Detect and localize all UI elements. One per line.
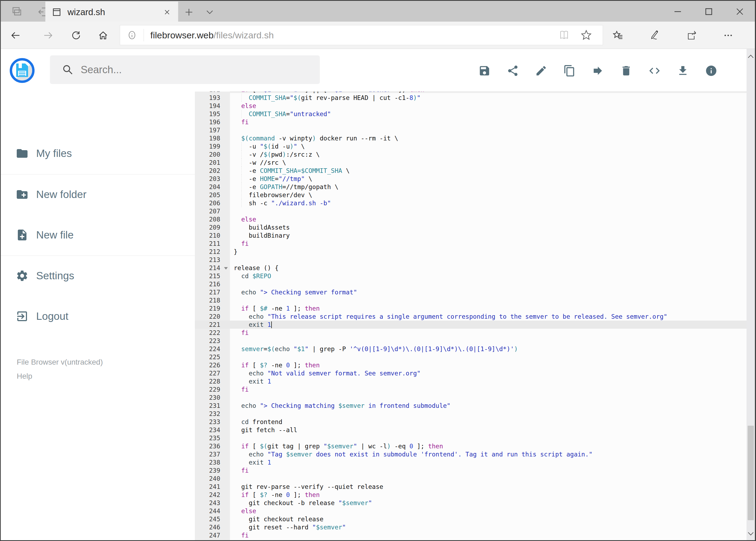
- address-bar[interactable]: filebrowser.web/files/wizard.sh: [120, 25, 603, 45]
- code-line[interactable]: -u "$(id -u)" \: [230, 142, 747, 151]
- sidebar-item-logout[interactable]: Logout: [0, 303, 195, 329]
- tab-list-chevron-icon[interactable]: [205, 9, 214, 15]
- code-line[interactable]: fi: [230, 329, 747, 337]
- scrollbar-thumb[interactable]: [748, 426, 754, 520]
- code-line[interactable]: echo "> Checking matching $semver in fro…: [230, 402, 747, 410]
- code-line[interactable]: release () {: [230, 264, 747, 272]
- editor-code[interactable]: if [ "$1" = "-d" ] || [ "$1" = "--docker…: [230, 92, 747, 541]
- window-minimize-button[interactable]: [672, 6, 684, 17]
- download-button[interactable]: [677, 65, 689, 77]
- window-maximize-button[interactable]: [703, 6, 715, 17]
- code-line[interactable]: -v /$(pwd):/src:z \: [230, 151, 747, 159]
- code-line[interactable]: semver=$(echo "$1" | grep -P '^v(0|[1-9]…: [230, 345, 747, 353]
- search-input[interactable]: [81, 64, 320, 76]
- code-line[interactable]: if [ $# -ne 1 ]; then: [230, 304, 747, 312]
- code-line[interactable]: }: [230, 248, 747, 256]
- code-line[interactable]: git reset --hard "$semver": [230, 523, 747, 531]
- code-line[interactable]: [230, 434, 747, 442]
- code-line[interactable]: [230, 207, 747, 215]
- sidebar-item-new-folder[interactable]: New folder: [0, 182, 195, 208]
- code-line[interactable]: else: [230, 102, 747, 110]
- code-line[interactable]: -e COMMIT_SHA=$COMMIT_SHA \: [230, 167, 747, 175]
- tab-close-icon[interactable]: [163, 8, 171, 16]
- share-page-icon[interactable]: [686, 30, 697, 41]
- code-line[interactable]: -e GOPATH=//tmp/gopath \: [230, 183, 747, 191]
- copy-button[interactable]: [563, 65, 576, 77]
- code-view-button[interactable]: [648, 65, 661, 77]
- forward-icon[interactable]: [43, 30, 54, 41]
- reading-view-icon[interactable]: [559, 29, 570, 41]
- code-line[interactable]: filebrowser/dev \: [230, 191, 747, 199]
- code-line[interactable]: exit 1: [230, 320, 747, 329]
- search-box[interactable]: [50, 55, 320, 84]
- code-line[interactable]: [230, 126, 747, 134]
- code-line[interactable]: COMMIT_SHA="untracked": [230, 110, 747, 118]
- back-icon[interactable]: [10, 30, 21, 41]
- code-editor[interactable]: 1921931941951961971981992002012022032042…: [195, 92, 747, 541]
- fold-arrow-icon[interactable]: [224, 267, 228, 270]
- code-line[interactable]: [230, 393, 747, 402]
- sidebar-item-new-file[interactable]: New file: [0, 222, 195, 248]
- code-line[interactable]: fi: [230, 118, 747, 126]
- code-line[interactable]: exit 1: [230, 377, 747, 385]
- code-line[interactable]: echo "Not valid semver format. See semve…: [230, 369, 747, 377]
- code-line[interactable]: sh -c "./wizard.sh -b": [230, 199, 747, 207]
- code-line[interactable]: cd $REPO: [230, 272, 747, 280]
- site-info-icon[interactable]: [120, 29, 144, 41]
- code-line[interactable]: git fetch --all: [230, 426, 747, 434]
- code-line[interactable]: COMMIT_SHA="$(git rev-parse HEAD | cut -…: [230, 94, 747, 102]
- window-close-button[interactable]: [734, 6, 746, 17]
- code-line[interactable]: fi: [230, 466, 747, 475]
- more-menu-icon[interactable]: [723, 30, 734, 41]
- delete-button[interactable]: [620, 65, 632, 77]
- favorites-hub-icon[interactable]: [613, 30, 624, 41]
- scroll-up-icon[interactable]: [747, 51, 755, 62]
- code-line[interactable]: [230, 410, 747, 418]
- code-line[interactable]: echo "This release script requires a sin…: [230, 312, 747, 320]
- move-button[interactable]: [592, 65, 604, 77]
- page-scrollbar[interactable]: [747, 49, 755, 540]
- code-line[interactable]: git checkout release: [230, 515, 747, 523]
- code-line[interactable]: if [ $? -ne 0 ]; then: [230, 491, 747, 499]
- code-line[interactable]: else: [230, 507, 747, 515]
- scroll-down-icon[interactable]: [747, 528, 755, 539]
- code-line[interactable]: [230, 280, 747, 288]
- tab-preview-icon[interactable]: [10, 6, 23, 18]
- code-line[interactable]: else: [230, 215, 747, 224]
- code-line[interactable]: buildAssets: [230, 224, 747, 232]
- code-line[interactable]: [230, 475, 747, 483]
- favorite-star-icon[interactable]: [581, 29, 592, 41]
- code-line[interactable]: cd frontend: [230, 418, 747, 426]
- code-line[interactable]: if [ $? -ne 0 ]; then: [230, 361, 747, 369]
- code-line[interactable]: fi: [230, 531, 747, 539]
- code-line[interactable]: echo "> Checking semver format": [230, 288, 747, 296]
- code-line[interactable]: fi: [230, 240, 747, 248]
- code-line[interactable]: exit 1: [230, 458, 747, 466]
- code-line[interactable]: git checkout -b release "$semver": [230, 499, 747, 507]
- code-line[interactable]: buildBinary: [230, 232, 747, 240]
- browser-tab[interactable]: wizard.sh: [45, 2, 178, 22]
- filebrowser-logo-icon[interactable]: [10, 58, 35, 83]
- save-button[interactable]: [478, 65, 491, 77]
- sidebar-item-my-files[interactable]: My files: [0, 141, 195, 166]
- code-line[interactable]: [230, 256, 747, 264]
- home-icon[interactable]: [98, 30, 109, 41]
- refresh-icon[interactable]: [71, 30, 82, 41]
- code-line[interactable]: git rev-parse --verify --quiet release: [230, 483, 747, 491]
- code-line[interactable]: [230, 337, 747, 345]
- info-button[interactable]: [705, 65, 717, 77]
- edit-button[interactable]: [535, 65, 547, 77]
- code-line[interactable]: if [ "$1" = "-d" ] || [ "$1" = "--docker…: [230, 92, 747, 94]
- help-link[interactable]: Help: [17, 369, 103, 383]
- code-line[interactable]: -w //src \: [230, 159, 747, 167]
- code-line[interactable]: [230, 296, 747, 304]
- share-button[interactable]: [507, 65, 519, 77]
- code-line[interactable]: -e HOME="//tmp" \: [230, 175, 747, 183]
- code-line[interactable]: fi: [230, 385, 747, 393]
- sidebar-item-settings[interactable]: Settings: [0, 263, 195, 289]
- new-tab-icon[interactable]: [184, 7, 194, 17]
- code-line[interactable]: echo "Tag $semver does not exist in subm…: [230, 450, 747, 458]
- code-line[interactable]: [230, 353, 747, 361]
- code-line[interactable]: if [ $(git tag | grep "$semver" | wc -l)…: [230, 442, 747, 450]
- ink-note-icon[interactable]: [649, 30, 660, 41]
